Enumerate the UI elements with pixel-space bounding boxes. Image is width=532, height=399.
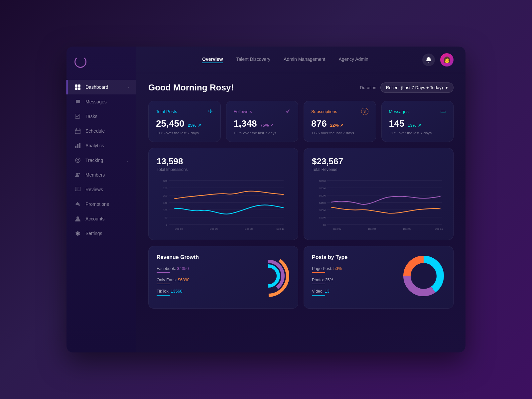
stat-card-header: Followers ✔: [234, 108, 291, 115]
stat-card-header: Messages ▭: [389, 108, 446, 115]
svg-text:$4500: $4500: [319, 201, 326, 204]
sidebar-item-messages[interactable]: Messages: [66, 94, 136, 109]
svg-text:Dec 05: Dec 05: [368, 227, 376, 230]
stat-number: 145: [389, 118, 405, 129]
svg-text:0: 0: [166, 223, 168, 226]
stat-value-followers: 1,348 75% ↗: [234, 118, 291, 129]
target-icon: [75, 157, 81, 163]
svg-text:$9000: $9000: [319, 180, 326, 183]
legend-bar-video: [312, 295, 325, 296]
sidebar-item-reviews[interactable]: Reviews: [66, 182, 136, 197]
stat-card-messages: Messages ▭ 145 13% ↗ +175 over the last …: [381, 101, 454, 142]
sidebar-item-members[interactable]: Members: [66, 168, 136, 182]
stat-label-messages: Messages: [389, 109, 409, 114]
revenue-chart-svg: $9000 $7500 $6000 $4500 $3000 $1500 $0 D…: [312, 177, 445, 230]
total-posts-icon: ✈: [208, 108, 213, 115]
legend-photo-value: 25%: [325, 278, 333, 282]
svg-rect-7: [77, 144, 78, 148]
sidebar-item-schedule[interactable]: Schedule: [66, 124, 136, 138]
svg-rect-4: [75, 114, 80, 118]
legend-tiktok-value: 13560: [171, 289, 183, 294]
svg-text:Dec 08: Dec 08: [403, 227, 411, 230]
svg-text:50: 50: [165, 216, 168, 219]
sidebar-item-promotions[interactable]: Promotions: [66, 197, 136, 211]
duration-row: Duration Recent (Last 7 Days + Today) ▾: [360, 82, 454, 93]
svg-text:200: 200: [163, 194, 168, 197]
svg-text:Dec 11: Dec 11: [276, 227, 284, 230]
duration-select[interactable]: Recent (Last 7 Days + Today) ▾: [380, 82, 454, 93]
svg-text:300: 300: [163, 180, 168, 183]
chat-icon: [75, 99, 81, 105]
svg-point-11: [76, 173, 78, 175]
sidebar-item-dashboard[interactable]: Dashboard ›: [66, 80, 136, 94]
sidebar-item-tasks-label: Tasks: [85, 114, 97, 119]
stat-number: 25,450: [156, 118, 185, 129]
svg-rect-8: [79, 143, 80, 148]
legend-item-page-post: Page Post: 50%: [312, 266, 395, 273]
sidebar-item-dashboard-label: Dashboard: [85, 84, 108, 90]
stat-label-total-posts: Total Posts: [156, 109, 177, 114]
notification-button[interactable]: [422, 54, 435, 66]
posts-by-type-title: Posts by Type: [312, 254, 395, 260]
app-container: Dashboard › Messages: [66, 47, 466, 352]
svg-point-10: [77, 159, 79, 161]
content-area: Good Morning Rosy! Duration Recent (Last…: [136, 73, 466, 352]
svg-text:$7500: $7500: [319, 187, 326, 190]
sidebar-item-accounts[interactable]: Accounts: [66, 211, 136, 226]
stat-badge-subscriptions: 22% ↗: [330, 123, 344, 128]
chevron-down-icon: ⌄: [126, 159, 129, 162]
svg-text:Dec 11: Dec 11: [435, 227, 443, 230]
stat-value-subscriptions: 876 22% ↗: [311, 118, 368, 129]
svg-text:Dec 08: Dec 08: [245, 227, 253, 230]
legend-item-facebook: Facebook: $4350: [157, 266, 240, 273]
stat-value-total-posts: 25,450 25% ↗: [156, 118, 213, 129]
stat-footer-messages: +175 over the last 7 days: [389, 131, 446, 135]
revenue-growth-card: Revenue Growth Facebook: $4350 Only Fans…: [148, 246, 298, 309]
tab-talent-discovery[interactable]: Talent Discovery: [236, 57, 270, 63]
svg-rect-1: [78, 84, 80, 87]
avatar[interactable]: 👩: [440, 53, 454, 66]
tab-agency-admin[interactable]: Agency Admin: [338, 57, 368, 63]
svg-text:$6000: $6000: [319, 194, 326, 197]
sidebar: Dashboard › Messages: [66, 47, 136, 352]
sidebar-item-settings[interactable]: Settings: [66, 226, 136, 241]
account-icon: [75, 216, 81, 222]
sidebar-item-analytics-label: Analytics: [85, 143, 104, 148]
posts-by-type-card: Posts by Type Page Post: 50% Photo: 25% …: [304, 246, 454, 309]
topbar-nav: Overview Talent Discovery Admin Manageme…: [148, 57, 422, 63]
sidebar-item-messages-label: Messages: [85, 99, 107, 104]
legend-bar-tiktok: [157, 295, 170, 296]
sidebar-item-tracking[interactable]: Tracking ⌄: [66, 153, 136, 168]
sidebar-item-analytics[interactable]: Analytics: [66, 138, 136, 153]
sidebar-item-accounts-label: Accounts: [85, 216, 105, 221]
impressions-chart-title: 13,598: [157, 156, 290, 167]
tab-admin-management[interactable]: Admin Management: [284, 57, 325, 63]
legend-facebook-name: Facebook: $4350: [157, 266, 240, 271]
svg-point-9: [75, 158, 80, 163]
tab-overview[interactable]: Overview: [202, 57, 223, 63]
legend-video-value: 13: [325, 289, 330, 294]
stat-card-total-posts: Total Posts ✈ 25,450 25% ↗ +175 over the…: [148, 101, 221, 142]
greeting-text: Good Morning Rosy!: [148, 82, 234, 93]
sidebar-item-tasks[interactable]: Tasks: [66, 109, 136, 124]
svg-text:250: 250: [163, 187, 168, 190]
subscriptions-icon: S: [361, 108, 368, 115]
stat-number: 876: [311, 118, 327, 129]
svg-text:Dec 02: Dec 02: [333, 227, 341, 230]
promo-icon: [75, 201, 81, 207]
bottom-row: Revenue Growth Facebook: $4350 Only Fans…: [148, 246, 454, 309]
grid-icon: [75, 84, 81, 90]
bar-chart-icon: [75, 143, 81, 149]
legend-page-post-value: 50%: [333, 266, 342, 271]
followers-icon: ✔: [286, 108, 291, 115]
legend-facebook-value: $4350: [177, 266, 189, 271]
stat-label-followers: Followers: [234, 109, 252, 114]
revenue-chart-subtitle: Total Revenue: [312, 167, 445, 172]
content-header: Good Morning Rosy! Duration Recent (Last…: [148, 82, 454, 93]
stat-value-messages: 145 13% ↗: [389, 118, 446, 129]
review-icon: [75, 187, 81, 193]
stat-badge-messages: 13% ↗: [408, 123, 421, 128]
revenue-growth-info: Revenue Growth Facebook: $4350 Only Fans…: [157, 254, 240, 300]
impressions-chart-subtitle: Total Impressions: [157, 167, 290, 172]
legend-page-post-name: Page Post: 50%: [312, 266, 395, 271]
